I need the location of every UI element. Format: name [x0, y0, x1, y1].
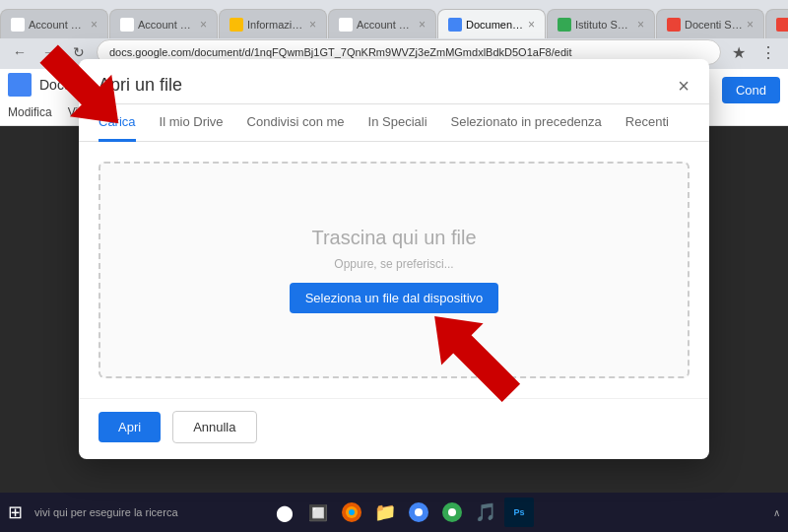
open-file-dialog: Apri un file × CaricaIl mio DriveCondivi… — [79, 59, 709, 459]
tab-bar: Account G... × Account G... × Informazio… — [0, 0, 788, 35]
taskbar: ⊞ vivi qui per eseguire la ricerca ⬤ 🔲 📁… — [0, 493, 788, 532]
tab-close-1[interactable]: × — [200, 18, 207, 32]
forward-button[interactable]: → — [37, 40, 61, 64]
doc-menu-modifica[interactable]: Modifica — [8, 105, 52, 119]
dialog-title: Apri un file — [98, 75, 182, 96]
menu-icon[interactable]: ⋮ — [756, 40, 780, 64]
dialog-header: Apri un file × — [79, 59, 709, 104]
tab-label-4: Documento... — [466, 19, 524, 31]
dialog-tab-3[interactable]: In Speciali — [368, 104, 427, 142]
tab-label-6: Docenti Sa... — [685, 19, 743, 31]
back-button[interactable]: ← — [8, 40, 32, 64]
tab-label-0: Account G... — [29, 19, 87, 31]
bookmark-icon[interactable]: ★ — [727, 40, 751, 64]
tab-close-0[interactable]: × — [91, 18, 98, 32]
browser-tab-7[interactable]: Docenti Sa... × — [765, 9, 788, 38]
browser-tab-2[interactable]: Informazion... × — [219, 9, 327, 38]
dialog-tab-0[interactable]: Carica — [98, 104, 136, 142]
dialog-tab-4[interactable]: Selezionato in precedenza — [451, 104, 602, 142]
drop-zone-subtext: Oppure, se preferisci... — [334, 257, 453, 271]
windows-icon[interactable]: ⊞ — [8, 501, 23, 523]
taskbar-clock: ∧ — [773, 507, 780, 518]
taskbar-photoshop[interactable]: Ps — [504, 498, 534, 527]
taskbar-chrome1[interactable] — [404, 498, 433, 527]
dialog-tab-2[interactable]: Condivisi con me — [247, 104, 345, 142]
tab-close-2[interactable]: × — [309, 18, 316, 32]
taskbar-firefox[interactable] — [337, 498, 366, 527]
open-button[interactable]: Apri — [98, 412, 161, 442]
browser-tab-5[interactable]: Istituto San... × — [547, 9, 655, 38]
taskbar-cortana[interactable]: ⬤ — [270, 498, 299, 527]
dialog-close-button[interactable]: × — [678, 76, 690, 96]
tab-label-3: Account G... — [357, 19, 415, 31]
drop-zone-text: Trascina qui un file — [311, 227, 476, 249]
dialog-tab-1[interactable]: Il mio Drive — [160, 104, 224, 142]
tab-close-6[interactable]: × — [747, 18, 754, 32]
tab-label-1: Account G... — [138, 19, 196, 31]
browser-tab-1[interactable]: Account G... × — [109, 9, 218, 38]
browser-tab-6[interactable]: Docenti Sa... × — [656, 9, 764, 38]
dialog-body: Trascina qui un file Oppure, se preferis… — [79, 142, 709, 398]
taskbar-chrome2[interactable] — [437, 498, 467, 527]
browser-tab-3[interactable]: Account G... × — [328, 9, 436, 38]
dialog-tab-5[interactable]: Recenti — [625, 104, 669, 142]
taskbar-search[interactable]: vivi qui per eseguire la ricerca — [27, 506, 266, 518]
tab-close-3[interactable]: × — [419, 18, 426, 32]
taskbar-multitask[interactable]: 🔲 — [303, 498, 333, 527]
svg-point-5 — [349, 509, 355, 515]
tab-close-5[interactable]: × — [637, 18, 644, 32]
tab-label-5: Istituto San... — [575, 19, 633, 31]
svg-point-7 — [415, 508, 423, 516]
share-button[interactable]: Cond — [722, 77, 780, 103]
doc-favicon — [8, 73, 32, 97]
drop-zone[interactable]: Trascina qui un file Oppure, se preferis… — [98, 162, 690, 378]
cancel-button[interactable]: Annulla — [172, 411, 256, 443]
browser-tab-0[interactable]: Account G... × — [0, 9, 108, 38]
taskbar-explorer[interactable]: 📁 — [370, 498, 400, 527]
dialog-footer: Apri Annulla — [79, 398, 709, 459]
tab-label-2: Informazion... — [247, 19, 305, 31]
dialog-tabs: CaricaIl mio DriveCondivisi con meIn Spe… — [79, 104, 709, 142]
taskbar-app1[interactable]: 🎵 — [471, 498, 500, 527]
browser-tab-4[interactable]: Documento... × — [437, 9, 546, 38]
select-file-button[interactable]: Seleziona un file dal dispositivo — [290, 283, 499, 313]
svg-point-9 — [448, 508, 456, 516]
tab-close-4[interactable]: × — [528, 18, 535, 32]
